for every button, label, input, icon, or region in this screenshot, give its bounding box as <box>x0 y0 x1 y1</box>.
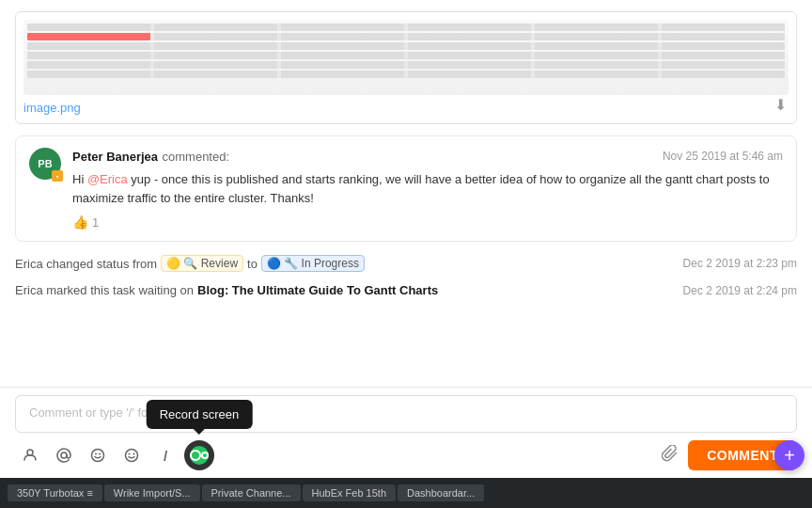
image-filename[interactable]: image.png <box>23 101 81 115</box>
mention: @Erica <box>87 172 128 186</box>
taskbar-item-3[interactable]: HubEx Feb 15th <box>303 484 397 501</box>
comment-timestamp: Nov 25 2019 at 5:46 am <box>663 150 783 163</box>
status-to-badge: 🔵 🔧 In Progress <box>261 255 365 272</box>
svg-point-1 <box>61 452 67 458</box>
taskbar-item-4[interactable]: Dashboardar... <box>398 484 484 501</box>
activity-timestamp-1: Dec 2 2019 at 2:23 pm <box>683 257 797 270</box>
svg-point-6 <box>129 453 131 455</box>
svg-point-0 <box>27 450 33 455</box>
avatar-badge: ▪ <box>52 170 63 182</box>
image-preview <box>23 20 789 95</box>
comment-header: Peter Banerjea commented: Nov 25 2019 at… <box>72 148 783 165</box>
record-screen-button[interactable]: Record screen ↖ <box>184 440 214 470</box>
at-icon[interactable] <box>49 440 79 470</box>
avatar: PB ▪ <box>29 148 61 180</box>
comment-action: commented: <box>163 150 230 164</box>
activity-row-1: Erica changed status from 🟡 🔍 Review to … <box>15 249 797 278</box>
like-icon[interactable]: 👍 <box>72 214 88 230</box>
person-icon[interactable] <box>15 440 45 470</box>
status-from-badge: 🟡 🔍 Review <box>161 255 243 272</box>
comment-block: PB ▪ Peter Banerjea commented: Nov 25 20… <box>15 135 797 242</box>
attach-icon[interactable] <box>662 445 679 467</box>
emoji-icon[interactable] <box>83 440 113 470</box>
comment-input-area: Comment or type '/' for commands / <box>0 387 812 478</box>
svg-point-3 <box>95 453 97 455</box>
record-circle-icon <box>190 446 209 465</box>
comment-input[interactable]: Comment or type '/' for commands <box>15 395 797 433</box>
record-tooltip: Record screen <box>147 400 253 429</box>
taskbar-item-0[interactable]: 350Y Turbotax ≡ <box>8 484 102 501</box>
like-count: 1 <box>92 215 99 230</box>
comment-toolbar: / Record screen ↖ COMMENT <box>15 433 797 478</box>
taskbar-item-1[interactable]: Wrike Import/S... <box>104 484 200 501</box>
emoji-alt-icon[interactable] <box>117 440 147 470</box>
image-attachment: image.png ⬇ <box>15 11 797 124</box>
download-icon[interactable]: ⬇ <box>774 96 787 114</box>
main-content: image.png ⬇ PB ▪ Peter Banerjea commente… <box>0 0 812 478</box>
activity-timestamp-2: Dec 2 2019 at 2:24 pm <box>683 284 797 297</box>
svg-point-5 <box>126 450 138 462</box>
taskbar-item-2[interactable]: Private Channe... <box>202 484 301 501</box>
fab-button[interactable]: + <box>774 440 804 470</box>
like-row: 👍 1 <box>72 214 783 230</box>
taskbar: 350Y Turbotax ≡ Wrike Import/S... Privat… <box>0 478 812 508</box>
toolbar-left: / Record screen ↖ <box>15 440 214 470</box>
svg-point-7 <box>133 453 135 455</box>
comment-text: Hi @Erica yup - once this is published a… <box>72 170 783 207</box>
slash-icon[interactable]: / <box>150 440 180 470</box>
activity-row-2: Erica marked this task waiting on Blog: … <box>15 278 797 303</box>
scroll-area: image.png ⬇ PB ▪ Peter Banerjea commente… <box>0 0 812 387</box>
comment-author: Peter Banerjea <box>72 150 158 164</box>
svg-point-2 <box>92 450 104 462</box>
task-link[interactable]: Blog: The Ultimate Guide To Gantt Charts <box>197 283 438 297</box>
comment-body: Peter Banerjea commented: Nov 25 2019 at… <box>72 148 783 230</box>
svg-point-4 <box>99 453 101 455</box>
